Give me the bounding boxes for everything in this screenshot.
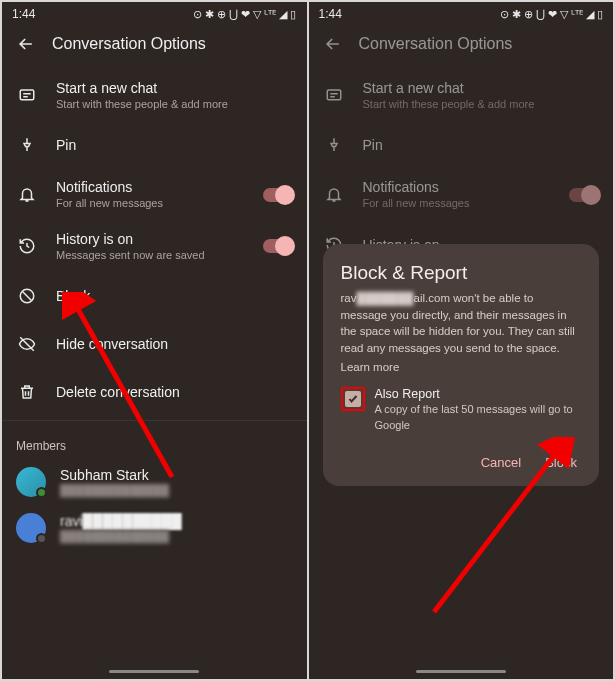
- block-report-dialog: Block & Report rav███████ail.com won't b…: [323, 244, 600, 486]
- also-report-sub: A copy of the last 50 messages will go t…: [375, 402, 582, 433]
- back-icon[interactable]: [16, 34, 36, 54]
- header: Conversation Options: [309, 24, 614, 70]
- member-name: Subham Stark: [60, 467, 293, 483]
- option-title: Pin: [56, 137, 293, 153]
- nav-bar[interactable]: [109, 670, 199, 673]
- hide-icon: [16, 335, 38, 353]
- header: Conversation Options: [2, 24, 307, 70]
- status-time: 1:44: [12, 7, 35, 21]
- option-title: Delete conversation: [56, 384, 293, 400]
- bell-icon: [323, 186, 345, 204]
- pin-icon: [323, 136, 345, 154]
- also-report-label: Also Report: [375, 387, 582, 401]
- option-new-chat[interactable]: Start a new chat Start with these people…: [2, 70, 307, 121]
- svg-rect-0: [20, 90, 34, 100]
- option-subtitle: For all new messages: [56, 196, 245, 210]
- page-title: Conversation Options: [52, 35, 206, 53]
- member-row-2[interactable]: ravi██████████ ██████████████: [2, 505, 307, 551]
- annotation-highlight: [341, 387, 365, 411]
- avatar: [16, 467, 46, 497]
- page-title: Conversation Options: [359, 35, 513, 53]
- screen-left: 1:44 ⊙ ✱ ⊕ ⋃ ❤ ▽ ᴸᵀᴱ ◢ ▯ Conversation Op…: [2, 2, 307, 679]
- member-name: ravi██████████: [60, 513, 293, 529]
- also-report-checkbox[interactable]: [345, 391, 361, 407]
- chat-icon: [323, 87, 345, 105]
- chat-icon: [16, 87, 38, 105]
- option-title: Notifications: [56, 179, 245, 195]
- status-icons: ⊙ ✱ ⊕ ⋃ ❤ ▽ ᴸᵀᴱ ◢ ▯: [193, 8, 296, 21]
- option-title: Pin: [363, 137, 600, 153]
- nav-bar[interactable]: [416, 670, 506, 673]
- option-subtitle: Messages sent now are saved: [56, 248, 245, 262]
- learn-more-link[interactable]: Learn more: [341, 359, 582, 376]
- option-title: Start a new chat: [363, 80, 600, 96]
- option-title: Start a new chat: [56, 80, 293, 96]
- toggle-notifications[interactable]: [263, 188, 293, 202]
- svg-rect-3: [327, 90, 341, 100]
- member-email: ██████████████: [60, 530, 293, 542]
- option-title: Block: [56, 288, 293, 304]
- member-row-1[interactable]: Subham Stark ██████████████: [2, 459, 307, 505]
- status-bar: 1:44 ⊙ ✱ ⊕ ⋃ ❤ ▽ ᴸᵀᴱ ◢ ▯: [2, 2, 307, 24]
- option-history[interactable]: History is on Messages sent now are save…: [2, 221, 307, 272]
- toggle-notifications: [569, 188, 599, 202]
- status-icons: ⊙ ✱ ⊕ ⋃ ❤ ▽ ᴸᵀᴱ ◢ ▯: [500, 8, 603, 21]
- pin-icon: [16, 136, 38, 154]
- dialog-body: rav███████ail.com won't be able to messa…: [341, 290, 582, 375]
- option-pin[interactable]: Pin: [2, 121, 307, 169]
- toggle-history[interactable]: [263, 239, 293, 253]
- trash-icon: [16, 383, 38, 401]
- cancel-button[interactable]: Cancel: [481, 455, 521, 470]
- option-new-chat: Start a new chat Start with these people…: [309, 70, 614, 121]
- option-title: Notifications: [363, 179, 552, 195]
- block-button[interactable]: Block: [545, 455, 577, 470]
- option-pin: Pin: [309, 121, 614, 169]
- history-icon: [16, 237, 38, 255]
- member-email: ██████████████: [60, 484, 293, 496]
- bell-icon: [16, 186, 38, 204]
- dialog-body-pre: rav: [341, 292, 357, 304]
- option-subtitle: Start with these people & add more: [56, 97, 293, 111]
- option-notifications: Notifications For all new messages: [309, 169, 614, 220]
- option-subtitle: Start with these people & add more: [363, 97, 600, 111]
- status-time: 1:44: [319, 7, 342, 21]
- avatar: [16, 513, 46, 543]
- option-notifications[interactable]: Notifications For all new messages: [2, 169, 307, 220]
- option-block[interactable]: Block: [2, 272, 307, 320]
- option-subtitle: For all new messages: [363, 196, 552, 210]
- block-icon: [16, 287, 38, 305]
- status-bar: 1:44 ⊙ ✱ ⊕ ⋃ ❤ ▽ ᴸᵀᴱ ◢ ▯: [309, 2, 614, 24]
- option-delete[interactable]: Delete conversation: [2, 368, 307, 416]
- members-label: Members: [2, 420, 307, 459]
- screen-right: 1:44 ⊙ ✱ ⊕ ⋃ ❤ ▽ ᴸᵀᴱ ◢ ▯ Conversation Op…: [309, 2, 614, 679]
- dialog-title: Block & Report: [341, 262, 582, 284]
- option-title: History is on: [56, 231, 245, 247]
- option-hide[interactable]: Hide conversation: [2, 320, 307, 368]
- option-title: Hide conversation: [56, 336, 293, 352]
- back-icon[interactable]: [323, 34, 343, 54]
